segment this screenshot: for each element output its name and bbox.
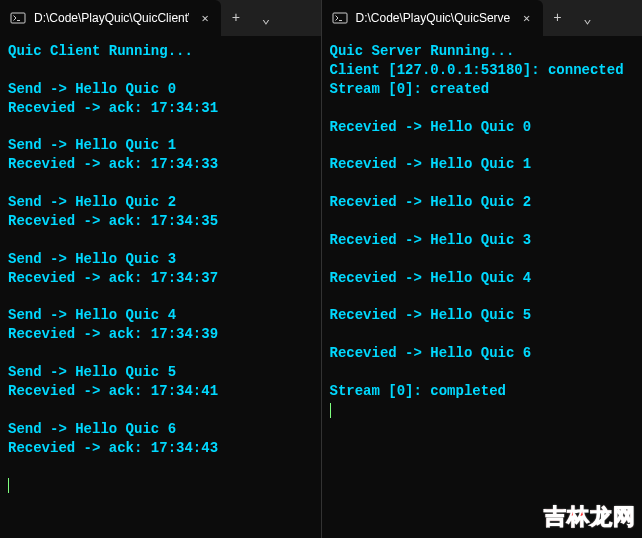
watermark: 吉林龙网: [544, 502, 636, 532]
terminal-line: Recevied -> Hello Quic 5: [330, 306, 635, 325]
terminal-output-server[interactable]: Quic Server Running...Client [127.0.0.1:…: [322, 36, 643, 538]
terminal-line: [8, 174, 313, 193]
terminal-line: Recevied -> Hello Quic 3: [330, 231, 635, 250]
terminal-line: [8, 288, 313, 307]
terminal-line: Recevied -> ack: 17:34:37: [8, 269, 313, 288]
terminal-line: Recevied -> ack: 17:34:41: [8, 382, 313, 401]
terminal-line: Recevied -> ack: 17:34:39: [8, 325, 313, 344]
terminal-line: [8, 231, 313, 250]
terminal-line: [330, 99, 635, 118]
terminal-line: Recevied -> Hello Quic 1: [330, 155, 635, 174]
terminal-window-server: D:\Code\PlayQuic\QuicServer ✕ + ⌄ Quic S…: [322, 0, 643, 538]
terminal-line: [8, 61, 313, 80]
plus-icon: +: [553, 10, 561, 26]
terminal-window-client: D:\Code\PlayQuic\QuicClient\ ✕ + ⌄ Quic …: [0, 0, 322, 538]
terminal-line: [330, 363, 635, 382]
terminal-line: Recevied -> Hello Quic 2: [330, 193, 635, 212]
terminal-line: [330, 174, 635, 193]
titlebar: D:\Code\PlayQuic\QuicClient\ ✕ + ⌄: [0, 0, 321, 36]
tab-active[interactable]: D:\Code\PlayQuic\QuicClient\ ✕: [0, 0, 221, 36]
terminal-line: Recevied -> ack: 17:34:35: [8, 212, 313, 231]
powershell-icon: [10, 10, 26, 26]
titlebar: D:\Code\PlayQuic\QuicServer ✕ + ⌄: [322, 0, 643, 36]
terminal-line: Client [127.0.0.1:53180]: connected: [330, 61, 635, 80]
chevron-down-icon: ⌄: [262, 10, 270, 27]
terminal-line: Send -> Hello Quic 6: [8, 420, 313, 439]
terminal-line: Recevied -> Hello Quic 4: [330, 269, 635, 288]
terminal-line: Send -> Hello Quic 0: [8, 80, 313, 99]
terminal-line: Recevied -> Hello Quic 0: [330, 118, 635, 137]
terminal-line: [330, 136, 635, 155]
terminal-line: [8, 458, 313, 477]
terminal-line: Recevied -> Hello Quic 6: [330, 344, 635, 363]
tab-title: D:\Code\PlayQuic\QuicServer: [356, 11, 511, 25]
terminal-line: Send -> Hello Quic 3: [8, 250, 313, 269]
cursor-line: [8, 476, 313, 495]
terminal-line: Send -> Hello Quic 1: [8, 136, 313, 155]
tab-title: D:\Code\PlayQuic\QuicClient\: [34, 11, 189, 25]
close-icon[interactable]: ✕: [197, 10, 213, 26]
close-icon[interactable]: ✕: [519, 10, 535, 26]
terminal-line: Recevied -> ack: 17:34:31: [8, 99, 313, 118]
terminal-line: Send -> Hello Quic 4: [8, 306, 313, 325]
chevron-down-icon: ⌄: [583, 10, 591, 27]
tab-dropdown-button[interactable]: ⌄: [251, 0, 281, 36]
terminal-line: [330, 250, 635, 269]
terminal-line: Quic Client Running...: [8, 42, 313, 61]
plus-icon: +: [232, 10, 240, 26]
terminal-line: Stream [0]: completed: [330, 382, 635, 401]
powershell-icon: [332, 10, 348, 26]
svg-rect-1: [333, 13, 347, 23]
terminal-line: [8, 118, 313, 137]
terminal-line: [330, 288, 635, 307]
terminal-line: [330, 212, 635, 231]
terminal-output-client[interactable]: Quic Client Running...Send -> Hello Quic…: [0, 36, 321, 538]
terminal-line: Send -> Hello Quic 5: [8, 363, 313, 382]
cursor: [330, 403, 331, 418]
cursor-line: [330, 401, 635, 420]
terminal-line: [330, 325, 635, 344]
tab-active[interactable]: D:\Code\PlayQuic\QuicServer ✕: [322, 0, 543, 36]
svg-rect-0: [11, 13, 25, 23]
terminal-line: Send -> Hello Quic 2: [8, 193, 313, 212]
new-tab-button[interactable]: +: [221, 0, 251, 36]
terminal-line: Recevied -> ack: 17:34:43: [8, 439, 313, 458]
terminal-line: Recevied -> ack: 17:34:33: [8, 155, 313, 174]
terminal-line: [8, 344, 313, 363]
cursor: [8, 478, 9, 493]
new-tab-button[interactable]: +: [543, 0, 573, 36]
terminal-line: [8, 401, 313, 420]
terminal-line: Quic Server Running...: [330, 42, 635, 61]
terminal-line: Stream [0]: created: [330, 80, 635, 99]
tab-dropdown-button[interactable]: ⌄: [573, 0, 603, 36]
